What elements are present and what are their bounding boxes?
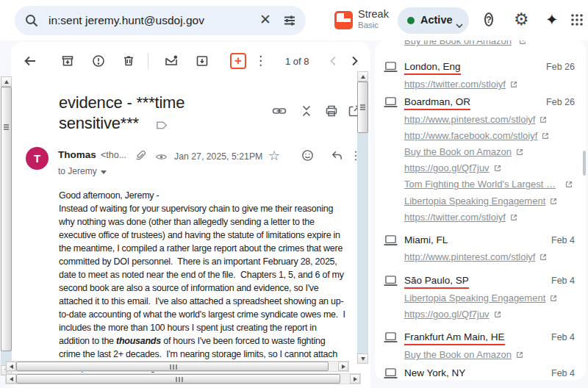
body-line: attached it to this email. I've also att… xyxy=(59,295,370,308)
outer-horizontal-scrollbar[interactable] xyxy=(5,373,361,384)
page-left-scrollbar[interactable] xyxy=(1,76,12,376)
sidebar-link[interactable]: http://www.pinterest.com/stloiyf xyxy=(404,251,548,264)
streak-name: Streak xyxy=(358,9,389,20)
scroll-down-arrow[interactable] xyxy=(357,353,368,364)
status-dropdown[interactable]: Active xyxy=(398,7,469,34)
location-row-london[interactable]: London, Eng Feb 26 xyxy=(375,61,586,74)
email-body: Good afternoon, Jeremy - Instead of wait… xyxy=(59,189,370,374)
status-green-dot xyxy=(407,17,415,24)
location-date: Feb 4 xyxy=(551,368,575,378)
location-row-sao-paulo[interactable]: São Paulo, SP Feb 4 xyxy=(375,275,586,288)
sidebar-link[interactable]: Tom Fighting the World's Largest … xyxy=(404,179,573,191)
sender-avatar[interactable]: T xyxy=(26,147,49,170)
location-date: Feb 4 xyxy=(551,332,575,342)
sender-address: <tho... xyxy=(101,150,126,160)
gmail-streak-window: ✕ Streak Basic Active ? ⚙ ✦ xyxy=(0,0,588,388)
body-line: includes the more than 100 hours I spent… xyxy=(59,321,370,334)
sidebar-link[interactable]: http://www.facebook.com/stloiyf xyxy=(404,130,550,143)
streak-plan: Basic xyxy=(358,20,389,31)
email-reading-pane: + ⋮ 1 of 8 evidence - ***time sensitive*… xyxy=(11,42,370,388)
location-row-miami[interactable]: Miami, FL Feb 4 xyxy=(375,234,586,248)
star-icon[interactable]: ☆ xyxy=(268,148,280,163)
clear-search-icon[interactable]: ✕ xyxy=(259,11,271,27)
sparkle-gemini-icon[interactable]: ✦ xyxy=(545,11,559,29)
scrollbar-thumb[interactable] xyxy=(16,362,329,371)
recipient-chevron-icon[interactable] xyxy=(101,170,107,174)
body-line: date to meet as noted near the end of th… xyxy=(59,268,370,281)
apps-grid-icon[interactable] xyxy=(570,12,584,30)
sidebar-link[interactable]: https://goo.gl/Qf7juv xyxy=(404,162,502,175)
top-bar: ✕ Streak Basic Active ? ⚙ ✦ xyxy=(0,0,588,40)
print-icon[interactable] xyxy=(324,104,339,118)
scroll-up-arrow[interactable] xyxy=(1,76,12,87)
body-line: the meantime, I compiled a rather large … xyxy=(59,242,370,255)
location-date: Feb 4 xyxy=(551,276,575,286)
sidebar-link[interactable]: Libertopia Speaking Engagement xyxy=(404,195,558,208)
location-row-frankfurt[interactable]: Frankfurt Am Main, HE Feb 4 xyxy=(375,331,586,345)
laptop-icon xyxy=(383,367,398,380)
laptop-icon xyxy=(383,234,398,250)
link-chain-icon[interactable] xyxy=(272,104,287,118)
email-date: Jan 27, 2025, 5:21PM xyxy=(174,151,262,162)
body-line: why nothing was done (other than alleged… xyxy=(59,215,370,229)
email-scrollbar[interactable] xyxy=(357,71,368,364)
sidebar-link[interactable]: https://twitter.com/stloiyf xyxy=(404,79,518,91)
reply-icon[interactable] xyxy=(330,148,344,162)
streak-add-to-pipeline-icon[interactable]: + xyxy=(230,53,246,69)
report-spam-icon[interactable] xyxy=(91,54,106,68)
scrollbar-thumb[interactable] xyxy=(16,374,340,384)
mark-unread-icon[interactable] xyxy=(164,54,179,68)
sidebar-scrollbar-thumb[interactable] xyxy=(583,151,586,176)
location-date: Feb 26 xyxy=(546,97,575,107)
scroll-up-arrow[interactable] xyxy=(357,71,368,82)
collapse-all-icon[interactable] xyxy=(299,104,314,118)
search-bar[interactable]: ✕ xyxy=(15,6,306,35)
streak-sidebar-panel: Buy the Book on Amazon London, Eng Feb 2… xyxy=(375,40,586,380)
pagination-counter: 1 of 8 xyxy=(285,56,309,67)
location-date: Feb 4 xyxy=(551,235,575,245)
location-row-new-york[interactable]: New York, NY Feb 4 xyxy=(375,367,586,380)
laptop-icon xyxy=(383,61,398,76)
body-line: second book are also a source of informa… xyxy=(59,281,370,295)
delete-icon[interactable] xyxy=(121,54,136,68)
scroll-right-arrow[interactable] xyxy=(350,374,360,384)
move-to-icon[interactable] xyxy=(195,54,209,68)
sidebar-link[interactable]: Buy the Book on Amazon xyxy=(404,40,527,48)
sidebar-link[interactable]: Buy the Book on Amazon xyxy=(404,349,524,362)
search-options-icon[interactable] xyxy=(282,13,297,31)
sidebar-link[interactable]: https://goo.gl/Qf7juv xyxy=(404,309,502,321)
search-icon xyxy=(24,13,39,31)
search-input[interactable] xyxy=(49,6,244,35)
settings-gear-icon[interactable]: ⚙ xyxy=(514,10,529,29)
more-options-icon[interactable]: ⋮ xyxy=(254,53,267,68)
archive-icon[interactable] xyxy=(60,54,75,68)
subject-line-1: evidence - ***time xyxy=(59,93,184,112)
status-label: Active xyxy=(420,14,453,26)
laptop-icon xyxy=(383,96,398,112)
location-row-boardman[interactable]: Boardman, OR Feb 26 xyxy=(375,96,586,109)
emoji-reaction-icon[interactable] xyxy=(301,148,315,162)
scrollbar-thumb[interactable] xyxy=(1,87,12,351)
sidebar-link[interactable]: https://twitter.com/stloiyf xyxy=(404,212,518,224)
scroll-left-arrow[interactable] xyxy=(6,374,16,384)
sidebar-link[interactable]: Buy the Book on Amazon xyxy=(404,146,524,159)
scrollbar-thumb[interactable] xyxy=(357,82,368,133)
body-line: to-date accounting of what the world's l… xyxy=(59,308,370,321)
sidebar-link[interactable]: Libertopia Speaking Engagement xyxy=(404,292,558,305)
older-chevron-icon[interactable] xyxy=(348,54,362,69)
scroll-right-arrow[interactable] xyxy=(338,362,348,371)
help-icon[interactable]: ? xyxy=(484,12,493,26)
recipient-line[interactable]: to Jeremy xyxy=(58,166,107,176)
back-icon[interactable] xyxy=(23,54,37,68)
chevron-down-icon xyxy=(456,18,462,24)
location-date: Feb 26 xyxy=(546,62,575,72)
email-tracking-eye-icon xyxy=(155,151,169,165)
scroll-left-arrow[interactable] xyxy=(6,362,16,371)
inner-horizontal-scrollbar[interactable] xyxy=(5,361,349,372)
body-line: Instead of waiting for your supervisory … xyxy=(59,202,370,215)
body-line: executive office of trustees) and having… xyxy=(59,229,370,242)
sidebar-link[interactable]: http://www.pinterest.com/stloiyf xyxy=(404,114,548,126)
newer-chevron-icon[interactable] xyxy=(327,54,342,69)
body-line: committed by DOI personnel. There is an … xyxy=(59,255,370,268)
streak-pipeline-flag-icon[interactable] xyxy=(155,118,169,135)
